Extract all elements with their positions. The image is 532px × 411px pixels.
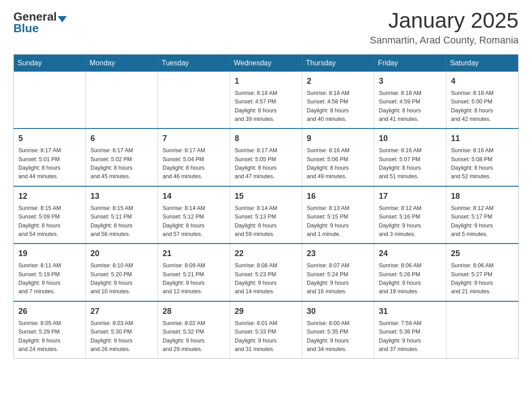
weekday-header-monday: Monday [86, 54, 158, 72]
calendar-week-2: 5Sunrise: 8:17 AM Sunset: 5:01 PM Daylig… [14, 128, 519, 186]
calendar-subtitle: Sanmartin, Arad County, Romania [370, 34, 519, 46]
day-number: 23 [307, 248, 369, 260]
day-number: 26 [18, 305, 81, 317]
logo-container: General Blue [13, 11, 67, 34]
calendar-cell: 16Sunrise: 8:13 AM Sunset: 5:15 PM Dayli… [302, 186, 374, 244]
day-info: Sunrise: 8:17 AM Sunset: 5:04 PM Dayligh… [163, 146, 225, 181]
day-number: 20 [90, 248, 153, 260]
calendar-cell: 5Sunrise: 8:17 AM Sunset: 5:01 PM Daylig… [14, 128, 86, 186]
day-number: 29 [235, 305, 297, 317]
calendar-table: SundayMondayTuesdayWednesdayThursdayFrid… [13, 54, 519, 359]
day-info: Sunrise: 8:14 AM Sunset: 5:13 PM Dayligh… [235, 204, 297, 239]
logo-blue-text: Blue [13, 22, 39, 34]
calendar-cell: 3Sunrise: 8:18 AM Sunset: 4:59 PM Daylig… [374, 72, 446, 129]
day-info: Sunrise: 7:59 AM Sunset: 5:36 PM Dayligh… [379, 319, 442, 354]
weekday-header-friday: Friday [374, 54, 446, 72]
day-number: 15 [235, 190, 297, 202]
calendar-cell [14, 72, 86, 129]
day-info: Sunrise: 8:09 AM Sunset: 5:21 PM Dayligh… [163, 261, 225, 296]
logo-arrow-icon [58, 16, 67, 22]
day-info: Sunrise: 8:15 AM Sunset: 5:09 PM Dayligh… [18, 204, 81, 239]
weekday-header-thursday: Thursday [302, 54, 374, 72]
day-info: Sunrise: 8:16 AM Sunset: 5:06 PM Dayligh… [307, 146, 369, 181]
day-info: Sunrise: 8:06 AM Sunset: 5:26 PM Dayligh… [379, 261, 442, 296]
calendar-header: SundayMondayTuesdayWednesdayThursdayFrid… [14, 54, 519, 72]
day-info: Sunrise: 8:11 AM Sunset: 5:19 PM Dayligh… [18, 261, 81, 296]
day-number: 31 [379, 305, 442, 317]
calendar-title: January 2025 [370, 9, 519, 33]
calendar-cell: 8Sunrise: 8:17 AM Sunset: 5:05 PM Daylig… [230, 128, 302, 186]
day-info: Sunrise: 8:17 AM Sunset: 5:01 PM Dayligh… [18, 146, 81, 181]
day-number: 10 [379, 133, 442, 145]
calendar-cell: 4Sunrise: 8:18 AM Sunset: 5:00 PM Daylig… [446, 72, 519, 129]
calendar-cell: 23Sunrise: 8:07 AM Sunset: 5:24 PM Dayli… [302, 244, 374, 301]
calendar-cell: 20Sunrise: 8:10 AM Sunset: 5:20 PM Dayli… [86, 244, 158, 301]
calendar-cell: 11Sunrise: 8:16 AM Sunset: 5:08 PM Dayli… [446, 128, 519, 186]
logo-general-text: General [13, 11, 57, 22]
day-number: 13 [90, 190, 153, 202]
day-info: Sunrise: 8:16 AM Sunset: 5:07 PM Dayligh… [379, 146, 442, 181]
day-info: Sunrise: 8:15 AM Sunset: 5:11 PM Dayligh… [90, 204, 153, 239]
day-number: 7 [163, 133, 225, 145]
weekday-header-wednesday: Wednesday [230, 54, 302, 72]
day-info: Sunrise: 8:01 AM Sunset: 5:33 PM Dayligh… [235, 319, 297, 354]
calendar-week-4: 19Sunrise: 8:11 AM Sunset: 5:19 PM Dayli… [14, 244, 519, 301]
day-info: Sunrise: 8:05 AM Sunset: 5:29 PM Dayligh… [18, 319, 81, 354]
day-info: Sunrise: 8:12 AM Sunset: 5:17 PM Dayligh… [451, 204, 514, 239]
calendar-body: 1Sunrise: 8:18 AM Sunset: 4:57 PM Daylig… [14, 72, 519, 359]
calendar-cell: 1Sunrise: 8:18 AM Sunset: 4:57 PM Daylig… [230, 72, 302, 129]
calendar-cell: 17Sunrise: 8:12 AM Sunset: 5:16 PM Dayli… [374, 186, 446, 244]
weekday-header-sunday: Sunday [14, 54, 86, 72]
day-number: 6 [90, 133, 153, 145]
day-info: Sunrise: 8:08 AM Sunset: 5:23 PM Dayligh… [235, 261, 297, 296]
day-number: 27 [90, 305, 153, 317]
calendar-cell: 28Sunrise: 8:02 AM Sunset: 5:32 PM Dayli… [158, 301, 230, 359]
day-info: Sunrise: 8:10 AM Sunset: 5:20 PM Dayligh… [90, 261, 153, 296]
calendar-cell: 25Sunrise: 8:06 AM Sunset: 5:27 PM Dayli… [446, 244, 519, 301]
day-number: 18 [451, 190, 514, 202]
calendar-cell: 18Sunrise: 8:12 AM Sunset: 5:17 PM Dayli… [446, 186, 519, 244]
day-info: Sunrise: 8:18 AM Sunset: 4:59 PM Dayligh… [379, 89, 442, 124]
day-number: 17 [379, 190, 442, 202]
day-number: 14 [163, 190, 225, 202]
calendar-cell: 13Sunrise: 8:15 AM Sunset: 5:11 PM Dayli… [86, 186, 158, 244]
calendar-cell: 22Sunrise: 8:08 AM Sunset: 5:23 PM Dayli… [230, 244, 302, 301]
weekday-header-tuesday: Tuesday [158, 54, 230, 72]
day-number: 30 [307, 305, 369, 317]
calendar-cell: 27Sunrise: 8:03 AM Sunset: 5:30 PM Dayli… [86, 301, 158, 359]
calendar-cell: 24Sunrise: 8:06 AM Sunset: 5:26 PM Dayli… [374, 244, 446, 301]
day-number: 12 [18, 190, 81, 202]
day-number: 11 [451, 133, 514, 145]
calendar-week-3: 12Sunrise: 8:15 AM Sunset: 5:09 PM Dayli… [14, 186, 519, 244]
day-number: 2 [307, 75, 369, 87]
day-number: 1 [235, 75, 297, 87]
calendar-cell: 14Sunrise: 8:14 AM Sunset: 5:12 PM Dayli… [158, 186, 230, 244]
calendar-cell: 12Sunrise: 8:15 AM Sunset: 5:09 PM Dayli… [14, 186, 86, 244]
day-number: 8 [235, 133, 297, 145]
calendar-cell: 26Sunrise: 8:05 AM Sunset: 5:29 PM Dayli… [14, 301, 86, 359]
day-number: 22 [235, 248, 297, 260]
logo-top-row: General [13, 11, 67, 22]
calendar-cell: 6Sunrise: 8:17 AM Sunset: 5:02 PM Daylig… [86, 128, 158, 186]
day-number: 25 [451, 248, 514, 260]
day-number: 28 [163, 305, 225, 317]
calendar-cell [158, 72, 230, 129]
day-number: 9 [307, 133, 369, 145]
day-number: 16 [307, 190, 369, 202]
weekday-header-row: SundayMondayTuesdayWednesdayThursdayFrid… [14, 54, 519, 72]
day-number: 3 [379, 75, 442, 87]
calendar-cell: 31Sunrise: 7:59 AM Sunset: 5:36 PM Dayli… [374, 301, 446, 359]
day-info: Sunrise: 8:17 AM Sunset: 5:02 PM Dayligh… [90, 146, 153, 181]
day-number: 24 [379, 248, 442, 260]
page-header: General Blue January 2025 Sanmartin, Ara… [13, 9, 519, 46]
day-number: 5 [18, 133, 81, 145]
calendar-cell: 10Sunrise: 8:16 AM Sunset: 5:07 PM Dayli… [374, 128, 446, 186]
calendar-cell [446, 301, 519, 359]
weekday-header-saturday: Saturday [446, 54, 519, 72]
day-info: Sunrise: 8:17 AM Sunset: 5:05 PM Dayligh… [235, 146, 297, 181]
title-block: January 2025 Sanmartin, Arad County, Rom… [370, 9, 519, 46]
day-number: 4 [451, 75, 514, 87]
calendar-cell: 30Sunrise: 8:00 AM Sunset: 5:35 PM Dayli… [302, 301, 374, 359]
calendar-cell: 7Sunrise: 8:17 AM Sunset: 5:04 PM Daylig… [158, 128, 230, 186]
calendar-cell [86, 72, 158, 129]
